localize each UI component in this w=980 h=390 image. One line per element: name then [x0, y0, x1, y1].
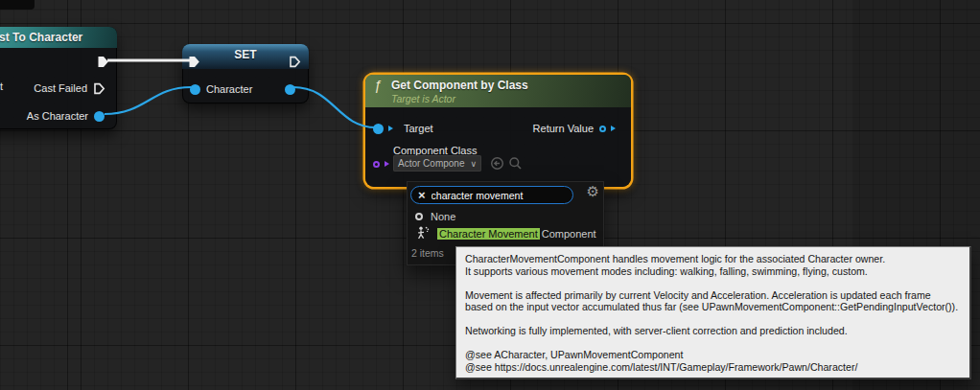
tooltip-line: @see ACharacter, UPawnMovementComponent	[465, 349, 961, 361]
exec-pin-icon	[97, 56, 109, 68]
cast-failed-label: Cast Failed	[34, 82, 87, 94]
return-value-pin[interactable]	[599, 126, 606, 132]
tooltip-line: based on the input vector accumulated th…	[465, 301, 961, 313]
return-value-label: Return Value	[533, 123, 594, 134]
component-class-pin-wedge	[385, 161, 392, 167]
function-icon: ƒ	[374, 78, 382, 93]
set-exec-in-pin[interactable]	[188, 55, 200, 68]
tooltip-line: @see https://docs.unrealengine.com/lates…	[465, 361, 961, 374]
offscreen-node-fragment	[0, 0, 35, 10]
tooltip-line: Networking is fully implemented, with se…	[465, 325, 961, 337]
target-pin[interactable]	[373, 124, 384, 134]
set-character-input-row[interactable]: Character	[190, 82, 252, 96]
tooltip-line	[465, 277, 961, 289]
getcomp-node-header: ƒ Get Component by Class Target is Actor	[365, 75, 631, 107]
as-character-wire	[105, 87, 191, 114]
as-character-label: As Character	[27, 110, 88, 122]
set-exec-out-pin[interactable]	[289, 55, 301, 68]
return-value-pin-wedge	[611, 126, 618, 131]
browse-search-icon[interactable]	[508, 156, 523, 171]
set-character-output-row[interactable]	[285, 82, 295, 96]
items-count-label: 2 items	[411, 247, 444, 259]
character-movement-component-icon	[415, 226, 430, 241]
cast-node-header: Cast To Character	[0, 27, 117, 48]
menu-item-none-label: None	[431, 211, 455, 222]
component-class-dropdown-value: Actor Compone	[398, 158, 464, 169]
tooltip-line: Movement is affected primarily by curren…	[465, 289, 961, 302]
target-pin-row[interactable]: Target	[373, 122, 433, 135]
as-character-pin[interactable]	[94, 111, 105, 122]
cast-to-character-node[interactable]: Cast To Character t Cast Failed As Chara…	[0, 27, 117, 129]
gear-settings-icon[interactable]: ⚙	[587, 184, 599, 198]
chevron-down-icon: ∨	[470, 159, 477, 169]
exec-pin-icon	[188, 56, 200, 68]
class-search-input[interactable]	[432, 190, 566, 201]
none-circle-icon	[415, 213, 423, 220]
use-selected-icon[interactable]	[490, 156, 504, 171]
getcomp-node-subtitle: Target is Actor	[391, 93, 455, 104]
blueprint-graph-canvas[interactable]: Cast To Character t Cast Failed As Chara…	[0, 0, 980, 390]
exec-pin-hollow-icon	[289, 56, 301, 68]
cast-failed-pin-row[interactable]: Cast Failed	[34, 81, 105, 95]
item-rest-text: Component	[542, 228, 596, 240]
tooltip-line	[465, 337, 961, 350]
match-highlight: Character Movement	[437, 228, 540, 240]
target-pin-wedge	[388, 126, 396, 131]
return-value-pin-row[interactable]: Return Value	[533, 122, 618, 135]
clear-search-icon[interactable]: ×	[418, 189, 426, 201]
tooltip-line: It supports various movement modes inclu…	[465, 265, 961, 278]
character-output-pin[interactable]	[285, 84, 295, 95]
getcomp-node-title: Get Component by Class	[391, 79, 528, 92]
menu-item-none[interactable]: None	[407, 208, 604, 224]
get-component-by-class-node[interactable]: ƒ Get Component by Class Target is Actor…	[365, 75, 631, 187]
set-character-node[interactable]: SET Character	[182, 44, 309, 103]
as-character-pin-row[interactable]: As Character	[27, 109, 105, 123]
character-input-pin[interactable]	[190, 84, 200, 95]
cast-exec-out-pin[interactable]	[97, 55, 109, 68]
menu-item-character-movement[interactable]: Character Movement Component	[407, 225, 604, 241]
component-class-pin-row[interactable]	[373, 157, 392, 171]
target-label: Target	[404, 123, 433, 134]
tooltip-line: CharacterMovementComponent handles movem…	[465, 253, 961, 265]
character-input-label: Character	[206, 83, 252, 95]
component-class-dropdown[interactable]: Actor Compone ∨	[393, 155, 481, 172]
exec-pin-hollow-icon[interactable]	[93, 82, 105, 95]
object-pin-label-fragment: t	[0, 80, 3, 92]
class-search-box[interactable]: ×	[410, 186, 573, 204]
tooltip-line	[465, 313, 961, 326]
cast-node-title: Cast To Character	[0, 27, 117, 48]
class-doc-tooltip: CharacterMovementComponent handles movem…	[455, 246, 971, 379]
component-class-pin[interactable]	[373, 161, 380, 168]
